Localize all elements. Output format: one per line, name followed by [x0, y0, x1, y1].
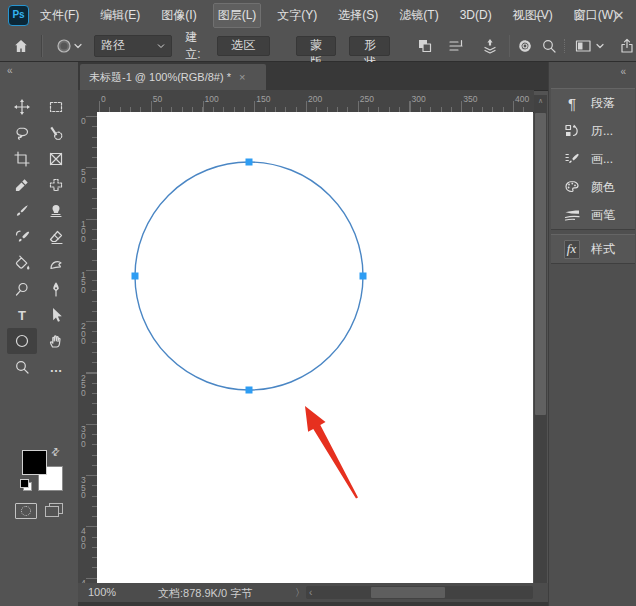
menu-layer[interactable]: 图层(L)	[214, 4, 261, 27]
document-info: 文档:878.9K/0 字节	[158, 586, 252, 601]
divider	[41, 35, 43, 57]
tools-grid: T …	[7, 94, 71, 380]
default-colors-icon[interactable]	[20, 479, 32, 491]
anchor-point[interactable]	[132, 273, 139, 280]
tool-mode-value: 路径	[101, 37, 125, 54]
panel-button-history[interactable]: 历...	[551, 117, 635, 145]
panel-label: 样式	[591, 241, 615, 258]
panel-label: 画笔	[591, 207, 615, 224]
vertical-scroll-thumb[interactable]	[535, 113, 546, 415]
panel-button-brush-settings[interactable]: 画...	[551, 145, 635, 173]
ruler-corner	[78, 90, 98, 113]
share-icon[interactable]	[619, 36, 636, 56]
zoom-level[interactable]: 100%	[88, 586, 116, 598]
tool-options-bar: 路径 建立: 选区 ... 蒙版 形状	[0, 30, 636, 62]
menu-filter[interactable]: 滤镜(T)	[395, 4, 442, 27]
collapse-tools-icon[interactable]: «	[7, 65, 12, 76]
type-tool-glyph: T	[18, 308, 26, 323]
app-logo-icon[interactable]: Ps	[8, 5, 29, 26]
hand-tool[interactable]	[41, 328, 71, 354]
zoom-tool[interactable]	[7, 354, 37, 380]
menu-3d[interactable]: 3D(D)	[456, 5, 496, 25]
horizontal-ruler: 050100150200250300350400	[97, 90, 534, 113]
history-brush-tool[interactable]	[7, 224, 37, 250]
pen-tool[interactable]	[41, 276, 71, 302]
ellipsis-glyph: …	[50, 360, 63, 375]
horizontal-scrollbar[interactable]: ‹	[306, 586, 533, 599]
scroll-left-icon[interactable]: ‹	[309, 586, 312, 599]
anchor-point[interactable]	[360, 273, 367, 280]
window-controls: – ☐ ✕	[532, 0, 626, 30]
status-expand-icon[interactable]: 〉	[295, 586, 305, 600]
path-selection-tool[interactable]	[41, 302, 71, 328]
close-button[interactable]: ✕	[612, 8, 626, 23]
screen-mode-button[interactable]	[45, 503, 63, 517]
panel-label: 画...	[591, 151, 613, 168]
foreground-color-swatch[interactable]	[22, 450, 47, 475]
search-icon[interactable]	[541, 36, 558, 56]
chevron-down-icon[interactable]	[73, 36, 82, 56]
canvas[interactable]	[97, 112, 533, 583]
ellipse-tool[interactable]	[7, 328, 37, 354]
home-icon[interactable]	[12, 36, 29, 56]
panel-button-styles[interactable]: fx 样式	[551, 235, 635, 263]
maximize-button[interactable]: ☐	[572, 8, 586, 23]
panel-group: fx 样式	[551, 234, 635, 264]
anchor-point[interactable]	[246, 387, 253, 394]
document-tab-bar: 未标题-1 @ 100%(RGB/8#) * ×	[78, 62, 548, 91]
lasso-tool[interactable]	[7, 120, 37, 146]
clone-stamp-tool[interactable]	[41, 198, 71, 224]
menu-file[interactable]: 文件(F)	[36, 4, 83, 27]
paint-bucket-tool[interactable]	[7, 250, 37, 276]
crop-tool[interactable]	[7, 146, 37, 172]
make-selection-button[interactable]: 选区 ...	[217, 36, 269, 56]
more-tools-icon[interactable]: …	[41, 354, 71, 380]
panel-label: 段落	[591, 95, 615, 112]
collapse-panels-icon[interactable]: «	[620, 66, 625, 77]
horizontal-scroll-thumb[interactable]	[371, 587, 445, 598]
ellipse-path	[135, 162, 363, 390]
make-mask-button[interactable]: 蒙版	[296, 36, 337, 56]
minimize-button[interactable]: –	[532, 8, 546, 23]
panel-button-brushes[interactable]: 画笔	[551, 201, 635, 229]
rectangular-marquee-tool[interactable]	[41, 94, 71, 120]
path-align-icon[interactable]	[448, 36, 465, 56]
move-tool[interactable]	[7, 94, 37, 120]
brush-tool[interactable]	[7, 198, 37, 224]
menu-image[interactable]: 图像(I)	[157, 4, 200, 27]
document-tab[interactable]: 未标题-1 @ 100%(RGB/8#) * ×	[80, 64, 266, 90]
vertical-scrollbar[interactable]: ∧	[534, 95, 547, 583]
path-arrange-icon[interactable]	[481, 36, 498, 56]
anchor-point[interactable]	[246, 159, 253, 166]
dodge-tool[interactable]	[7, 276, 37, 302]
settings-gear-icon[interactable]	[516, 36, 533, 56]
panels-dock: « ¶ 段落 历... 画... 颜色 画笔	[548, 62, 636, 606]
chevron-down-icon[interactable]	[595, 36, 605, 56]
tool-mode-select[interactable]: 路径	[94, 35, 172, 57]
workspace-icon[interactable]	[575, 36, 592, 56]
quick-mask-button[interactable]	[15, 503, 37, 519]
panel-button-color[interactable]: 颜色	[551, 173, 635, 201]
status-bar: 100% 文档:878.9K/0 字节 〉 ‹	[78, 583, 548, 602]
menu-select[interactable]: 选择(S)	[334, 4, 382, 27]
swap-colors-icon[interactable]: ⇄	[48, 445, 62, 459]
bottom-strip	[78, 602, 548, 606]
brush-settings-icon	[560, 151, 584, 167]
patch-tool[interactable]	[41, 172, 71, 198]
menu-edit[interactable]: 编辑(E)	[96, 4, 144, 27]
scroll-up-icon[interactable]: ∧	[534, 97, 547, 105]
menu-type[interactable]: 文字(Y)	[273, 4, 321, 27]
brushes-icon	[560, 207, 584, 223]
panel-button-paragraph[interactable]: ¶ 段落	[551, 89, 635, 117]
path-operations-icon[interactable]	[416, 36, 433, 56]
tool-preset-ellipse-icon[interactable]	[55, 36, 73, 56]
vertical-ruler: 05 01 0 01 5 02 0 02 5 03 0 03 5 04 0 04…	[78, 112, 98, 583]
eyedropper-tool[interactable]	[7, 172, 37, 198]
tab-close-icon[interactable]: ×	[239, 71, 245, 83]
make-shape-button[interactable]: 形状	[349, 36, 390, 56]
smudge-tool[interactable]	[41, 250, 71, 276]
eraser-tool[interactable]	[41, 224, 71, 250]
type-tool[interactable]: T	[7, 302, 37, 328]
slice-tool[interactable]	[41, 146, 71, 172]
quick-selection-tool[interactable]	[41, 120, 71, 146]
